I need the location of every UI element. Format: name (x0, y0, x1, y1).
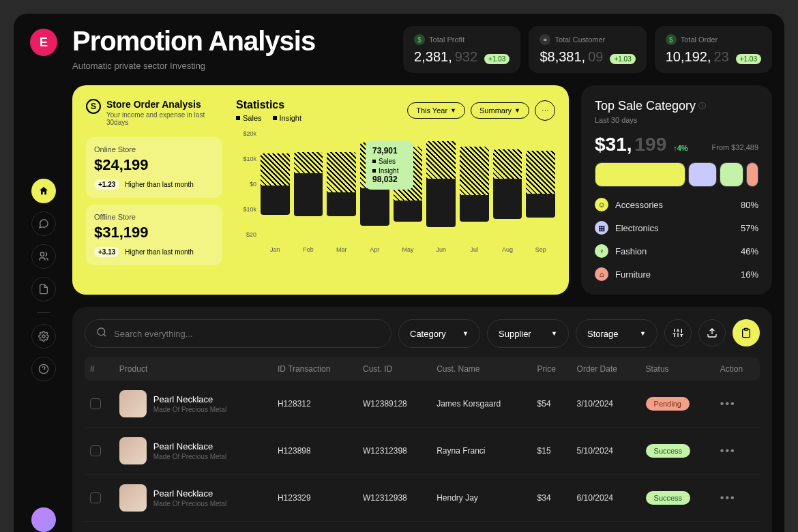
title-block: Promotion Analysis Automatic private sec… (72, 26, 315, 71)
order-date: 3/10/2024 (572, 381, 640, 428)
category-icon: ▦ (595, 221, 608, 235)
category-list: ☺ Accessories 80% ▦ Electronics 57% ♀ Fa… (595, 198, 758, 281)
page-title: Promotion Analysis (72, 26, 315, 57)
search-input[interactable] (114, 329, 380, 339)
stat-label: Total Profit (429, 35, 464, 44)
info-icon[interactable]: ⓘ (698, 101, 706, 111)
nav-home[interactable] (31, 179, 56, 203)
row-checkbox[interactable] (90, 492, 101, 503)
product-cell: Pearl NecklaceMade Of Precious Metal (119, 437, 267, 464)
txn-id: H123898 (272, 428, 357, 475)
nav-divider (37, 312, 50, 313)
color-segment (688, 162, 716, 187)
stat-badge: +1.03 (484, 54, 509, 64)
period-dropdown[interactable]: This Year▼ (407, 102, 465, 119)
table-header: Status (640, 357, 715, 381)
legend-insight: Insight (273, 114, 301, 122)
color-bar (595, 162, 758, 187)
product-cell: Pearl NecklaceMade Of Precious Metal (119, 390, 267, 417)
stat-value: $8,381,09+1.03 (540, 49, 635, 65)
row-checkbox[interactable] (90, 445, 101, 456)
stat-icon: $ (414, 34, 425, 45)
color-segment (720, 162, 743, 187)
nav-chat[interactable] (31, 211, 56, 236)
app-window: E Promotion Analysis Automatic private s… (14, 14, 784, 532)
main-content: Promotion Analysis Automatic private sec… (72, 26, 772, 532)
store-section: S Store Order Analysis Your income and e… (86, 99, 222, 281)
svg-line-4 (104, 334, 106, 336)
row-actions[interactable]: ••• (720, 398, 736, 409)
store-card-label: Online Store (94, 145, 214, 153)
category-label: Electronics (615, 223, 659, 233)
dollar-icon: S (86, 99, 101, 114)
bar-col (327, 130, 356, 238)
table-section: Category▼ Supplier▼ Storage▼ #ProductID … (72, 307, 772, 532)
bar-col (460, 130, 489, 238)
table-header: Product (114, 357, 272, 381)
view-dropdown[interactable]: Summary▼ (471, 102, 529, 119)
store-pill: +1.23 (94, 179, 119, 190)
filter-settings-button[interactable] (664, 319, 692, 346)
search-icon (96, 327, 107, 340)
table-header: # (85, 357, 114, 381)
category-percent: 80% (741, 200, 758, 210)
top-sale-title: Top Sale Categoryⓘ (595, 99, 758, 113)
header: Promotion Analysis Automatic private sec… (72, 26, 772, 73)
product-name: Pearl Necklace (153, 441, 226, 452)
table-header: Order Date (572, 357, 640, 381)
status-badge: Pending (646, 397, 690, 411)
store-note: Higher than last month (125, 181, 194, 188)
stat-label: Total Customer (555, 35, 605, 44)
status-badge: Success (646, 491, 691, 505)
chevron-down-icon: ▼ (551, 330, 557, 337)
store-header: S Store Order Analysis Your income and e… (86, 99, 222, 126)
stat-badge: +1.03 (736, 54, 761, 64)
txn-id: H128312 (272, 381, 357, 428)
upload-button[interactable] (698, 319, 726, 346)
products-table: #ProductID TransactionCust. IDCust. Name… (85, 357, 760, 522)
table-header: Action (715, 357, 760, 381)
content-row: S Store Order Analysis Your income and e… (72, 85, 772, 295)
category-label: Fashion (615, 246, 647, 256)
price: $34 (532, 475, 572, 522)
y-axis: $20k$10k$0$10k$20 (236, 130, 256, 238)
row-checkbox[interactable] (90, 398, 101, 409)
cust-id: W12389128 (357, 381, 431, 428)
storage-filter[interactable]: Storage▼ (576, 319, 657, 348)
category-percent: 57% (741, 223, 758, 233)
user-avatar[interactable] (31, 507, 56, 532)
search-box[interactable] (85, 319, 391, 348)
clipboard-button[interactable] (733, 319, 760, 346)
row-actions[interactable]: ••• (720, 492, 736, 503)
category-row: ⌂ Furniture 16% (595, 267, 758, 281)
svg-point-1 (42, 335, 45, 338)
category-filter[interactable]: Category▼ (398, 319, 480, 348)
bar-col (426, 130, 456, 238)
nav-users[interactable] (31, 244, 56, 269)
category-percent: 46% (741, 246, 758, 256)
nav-help[interactable] (31, 357, 56, 381)
top-sale-panel: Top Sale Categoryⓘ Last 30 days $31,199 … (581, 85, 772, 295)
row-actions[interactable]: ••• (720, 445, 736, 456)
category-icon: ♀ (595, 244, 608, 258)
supplier-filter[interactable]: Supplier▼ (487, 319, 569, 348)
chevron-down-icon: ▼ (514, 107, 520, 114)
chevron-down-icon: ▼ (640, 330, 646, 337)
sidebar: E (26, 26, 61, 532)
category-percent: 16% (741, 269, 758, 280)
store-card-label: Offline Store (94, 213, 214, 221)
svg-point-0 (40, 252, 44, 256)
table-header: Price (532, 357, 572, 381)
nav-document[interactable] (31, 277, 56, 301)
product-image (119, 390, 147, 417)
category-row: ♀ Fashion 46% (595, 244, 758, 258)
table-controls: Category▼ Supplier▼ Storage▼ (85, 319, 760, 348)
stat-icon: $ (666, 34, 677, 45)
order-date: 5/10/2024 (572, 428, 640, 475)
svg-rect-14 (744, 328, 748, 330)
store-pill: +3.13 (94, 247, 119, 257)
stat-card: $Total Profit 2,381,932+1.03 (403, 26, 520, 73)
nav-settings[interactable] (31, 324, 56, 349)
chart: $20k$10k$0$10k$20 JanFebMarAprMayJunJulA… (236, 130, 555, 253)
chart-more-button[interactable]: ⋯ (535, 100, 555, 121)
